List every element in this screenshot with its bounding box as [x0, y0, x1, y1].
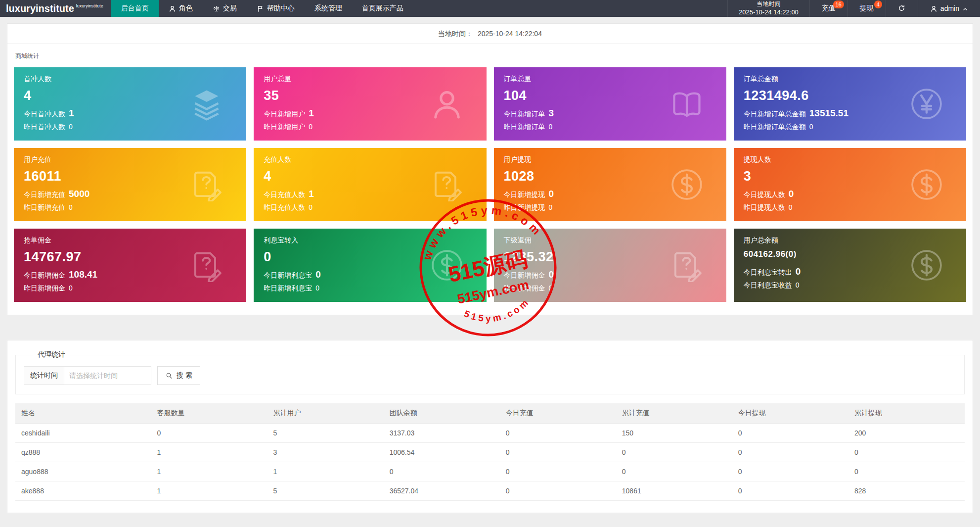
- stat-card: 用户充值16011今日新增充值5000昨日新增充值0: [14, 148, 246, 221]
- table-cell: 0: [848, 462, 965, 481]
- stat-card-today-label: 今日新增充值: [24, 191, 65, 199]
- stat-card-yesterday-label: 昨日新增提现: [504, 203, 545, 212]
- nav-item-home-products[interactable]: 首页展示产品: [352, 0, 413, 17]
- nav-item-label: 首页展示产品: [362, 4, 403, 13]
- nav-action-withdraw[interactable]: 提现4: [847, 0, 886, 17]
- table-cell: 0: [848, 443, 965, 462]
- table-cell: 1: [267, 462, 384, 481]
- table-cell: 0: [500, 424, 616, 443]
- table-header-cell: 今日充值: [500, 403, 616, 424]
- top-navbar: luxuryinstitute luxuryinstitute 后台首页角色交易…: [0, 0, 980, 17]
- table-header-cell: 累计用户: [267, 403, 384, 424]
- stat-card-today-value: 5000: [69, 189, 89, 199]
- stat-card-title: 用户总量: [264, 75, 476, 84]
- stat-card-title: 充值人数: [264, 155, 476, 164]
- user-menu[interactable]: admin: [918, 0, 980, 17]
- table-row: aguo8881100000: [15, 462, 965, 481]
- nav-item-trade[interactable]: 交易: [203, 0, 247, 17]
- table-cell: 1006.54: [384, 443, 500, 462]
- brand-logo[interactable]: luxuryinstitute luxuryinstitute: [0, 0, 111, 17]
- dollar-icon: [910, 168, 943, 201]
- table-cell: ceshidaili: [15, 424, 151, 443]
- stat-card-yesterday-value: 0: [315, 284, 319, 292]
- stat-card-yesterday-value: 0: [309, 123, 312, 131]
- table-cell: 3: [267, 443, 384, 462]
- table-row: ake8881536527.040108610828: [15, 481, 965, 501]
- stat-card-title: 利息宝转入: [264, 236, 476, 245]
- stat-card-today-value: 0: [549, 269, 554, 280]
- stat-card-today-label: 今日新增订单总金额: [744, 110, 806, 119]
- table-cell: 0: [500, 443, 616, 462]
- table-cell: aguo888: [15, 462, 151, 481]
- stat-card-today-label: 今日新增利息宝: [264, 271, 312, 280]
- stat-card-yesterday-line: 昨日新增用户0: [264, 123, 476, 132]
- stat-card-title: 订单总量: [504, 75, 716, 84]
- nav-item-roles[interactable]: 角色: [159, 0, 203, 17]
- stat-card-today-label: 今日新增佣金: [504, 271, 545, 280]
- table-cell: 5: [267, 424, 384, 443]
- stat-card-today-value: 108.41: [69, 269, 97, 280]
- stat-card: 提现人数3今日提现人数0昨日提现人数0: [734, 148, 966, 221]
- table-cell: 0: [732, 443, 848, 462]
- table-cell: 0: [151, 424, 267, 443]
- stat-card-yesterday-line: 昨日新增提现0: [504, 203, 716, 212]
- stat-card-yesterday-line: 昨日新增利息宝0: [264, 284, 476, 293]
- stat-card: 充值人数4今日充值人数1昨日充值人数0: [254, 148, 486, 221]
- table-row: ceshidaili053137.0301500200: [15, 424, 965, 443]
- local-time-label: 当地时间: [757, 0, 781, 8]
- stat-card-title: 订单总金额: [744, 75, 956, 84]
- stat-card-yesterday-line: 昨日新增佣金0: [24, 284, 236, 293]
- stat-card: 首冲人数4今日首冲人数1昨日首冲人数0: [14, 67, 246, 141]
- search-button[interactable]: 搜 索: [157, 366, 200, 385]
- stat-card: 订单总量104今日新增订单3昨日新增订单0: [494, 67, 726, 141]
- stat-card-yesterday-label: 今日利息宝收益: [744, 281, 792, 290]
- section-title-mall-stats: 商城统计: [7, 44, 973, 67]
- nav-item-system[interactable]: 系统管理: [305, 0, 352, 17]
- stat-card-yesterday-line: 昨日提现人数0: [744, 203, 956, 212]
- table-header-cell: 姓名: [15, 403, 151, 424]
- nav-item-label: 交易: [223, 4, 237, 13]
- nav-item-label: 角色: [179, 4, 193, 13]
- stat-card-yesterday-value: 0: [69, 203, 73, 211]
- table-header-row: 姓名客服数量累计用户团队余额今日充值累计充值今日提现累计提现: [15, 403, 965, 424]
- stat-card-yesterday-value: 0: [549, 203, 553, 211]
- search-button-label: 搜 索: [177, 371, 192, 380]
- stat-card-today-value: 1: [309, 189, 314, 199]
- stat-card-yesterday-value: 0: [549, 284, 553, 292]
- table-cell: ake888: [15, 481, 151, 501]
- nav-item-label: 后台首页: [121, 4, 149, 13]
- nav-item-help-center[interactable]: 帮助中心: [247, 0, 305, 17]
- stat-card: 订单总金额1231494.6今日新增订单总金额13515.51昨日新增订单总金额…: [734, 67, 966, 141]
- stat-card-yesterday-line: 今日利息宝收益0: [744, 281, 956, 290]
- stat-card-today-value: 0: [789, 189, 794, 199]
- table-cell: 150: [616, 424, 732, 443]
- agent-stats-panel: 代理统计 统计时间 搜 索 姓名客服数量累计用户团队余额今日充值累计充值今日提现…: [7, 340, 973, 513]
- stat-card-yesterday-line: 昨日充值人数0: [264, 203, 476, 212]
- stat-card-title: 首冲人数: [24, 75, 236, 84]
- nav-item-label: 系统管理: [314, 4, 342, 13]
- stat-card-today-label: 今日利息宝转出: [744, 268, 792, 277]
- refresh-button[interactable]: [886, 0, 918, 17]
- current-time-bar: 当地时间： 2025-10-24 14:22:04: [7, 24, 973, 44]
- stat-card-yesterday-label: 昨日新增利息宝: [264, 284, 312, 293]
- table-body: ceshidaili053137.0301500200qz888131006.5…: [15, 424, 965, 501]
- nav-action-recharge[interactable]: 充值16: [809, 0, 847, 17]
- nav-item-home[interactable]: 后台首页: [111, 0, 159, 17]
- stat-card-title: 用户充值: [24, 155, 236, 164]
- stat-card-title: 用户总余额: [744, 236, 956, 245]
- stat-card-today-value: 13515.51: [809, 108, 848, 119]
- filter-row: 统计时间 搜 索: [24, 366, 956, 385]
- refresh-icon: [898, 4, 906, 12]
- username: admin: [940, 4, 959, 12]
- stat-card-title: 抢单佣金: [24, 236, 236, 245]
- stat-card-today-value: 1: [309, 108, 314, 119]
- filter-time-input[interactable]: [64, 366, 151, 385]
- dollar-icon: [910, 248, 943, 282]
- edit-icon: [430, 168, 464, 201]
- stat-card-yesterday-label: 昨日新增充值: [24, 203, 65, 212]
- nav-actions: 充值16提现4: [809, 0, 886, 17]
- stat-card-title: 用户提现: [504, 155, 716, 164]
- stat-card-yesterday-label: 昨日充值人数: [264, 203, 305, 212]
- table-cell: 10861: [616, 481, 732, 501]
- stat-card-yesterday-label: 昨日新增用户: [264, 123, 305, 132]
